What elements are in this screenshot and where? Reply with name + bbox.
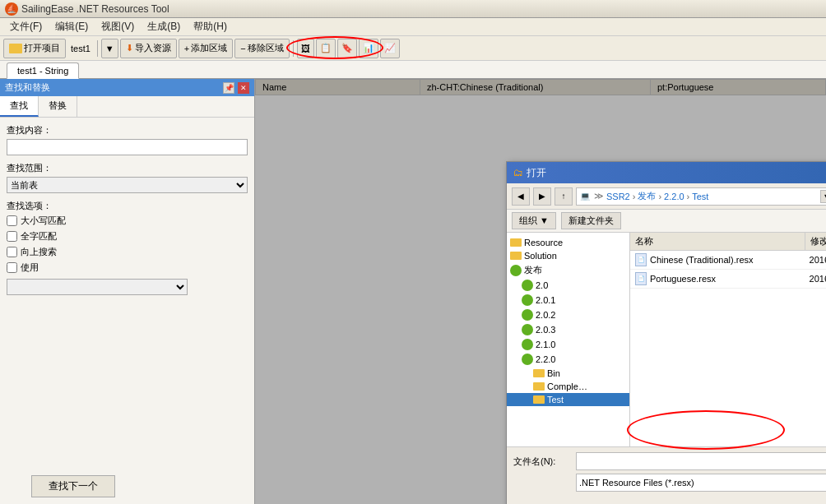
col-header-name[interactable]: 名称	[630, 233, 805, 250]
dialog-subtoolbar: 组织 ▼ 新建文件夹 ☰ ▼ ⊞ ?	[507, 210, 826, 233]
path-test[interactable]: Test	[692, 192, 708, 201]
address-bar: 💻 ≫ SSR2 › 发布 › 2.2.0 › Test ▼	[576, 187, 826, 206]
toolbar-sep-1	[97, 40, 98, 57]
folder-icon-2.0.1	[522, 294, 533, 306]
close-panel-button[interactable]: ✕	[238, 82, 249, 94]
footer-buttons: 打开(O) 取消	[513, 495, 826, 504]
nav-back-button[interactable]: ◀	[512, 187, 530, 206]
tree-item-resource[interactable]: Resource	[507, 236, 629, 249]
file-name-chinese: 📄 Chinese (Traditional).resx	[635, 253, 810, 266]
folder-icon-solution	[510, 252, 522, 260]
file-row-portuguese[interactable]: 📄 Portuguese.resx 2016/10/15 0:44 .NET M…	[630, 270, 826, 289]
tree-item-test[interactable]: Test	[507, 393, 629, 406]
toolbar-btn-4[interactable]: 📊	[359, 39, 378, 58]
file-date-chinese: 2016/10/15 0:44	[810, 255, 826, 265]
tab-replace[interactable]: 替换	[39, 96, 77, 117]
tab-find[interactable]: 查找	[0, 96, 39, 117]
menu-file[interactable]: 文件(F)	[3, 18, 49, 35]
tab-test1-string[interactable]: test1 - String	[7, 62, 79, 79]
open-project-button[interactable]: 打开项目	[3, 39, 66, 58]
import-icon: ⬇	[126, 43, 133, 53]
menu-help[interactable]: 帮助(H)	[187, 18, 234, 35]
file-row-chinese[interactable]: 📄 Chinese (Traditional).resx 2016/10/15 …	[630, 251, 826, 270]
search-up-checkbox[interactable]	[7, 247, 17, 257]
right-panel: Name zh-CHT:Chinese (Traditional) pt:Por…	[255, 79, 826, 504]
folder-icon-publish	[510, 265, 522, 276]
filename-input[interactable]	[576, 452, 826, 470]
menu-view[interactable]: 视图(V)	[95, 18, 141, 35]
checkbox-use: 使用	[7, 261, 248, 274]
tab-bar: test1 - String	[0, 61, 826, 79]
tree-item-2.0[interactable]: 2.0	[507, 278, 629, 293]
filename-row: 文件名(N): ▼	[513, 452, 826, 470]
toolbar-btn-2[interactable]: 📋	[316, 39, 336, 58]
filetype-display: .NET Resource Files (*.resx)	[576, 474, 826, 492]
scope-select[interactable]: 当前表	[7, 177, 248, 193]
toolbar-btn-3[interactable]: 🔖	[337, 39, 357, 58]
tree-item-solution[interactable]: Solution	[507, 249, 629, 262]
left-panel: 查找和替换 📌 ✕ 查找 替换 查找内容： 查找范围： 当前表 查找选项： 大小…	[0, 79, 255, 504]
path-version[interactable]: 2.2.0	[664, 192, 684, 201]
remove-region-button[interactable]: − 移除区域	[234, 39, 289, 58]
whole-word-checkbox[interactable]	[7, 231, 17, 242]
find-next-area: 查找下一个	[0, 469, 254, 504]
use-label: 使用	[21, 261, 39, 274]
toolbar-sep-2	[293, 40, 294, 57]
folder-icon-comple	[533, 382, 545, 391]
organize-button[interactable]: 组织 ▼	[512, 212, 556, 229]
file-icon-2: 📄	[635, 272, 647, 285]
file-icon-1: 📄	[635, 253, 647, 266]
project-name: test1	[67, 44, 94, 53]
filetype-row: .NET Resource Files (*.resx) ▼	[513, 474, 826, 492]
toolbar-btn-1[interactable]: 🖼	[297, 39, 314, 58]
main-layout: 查找和替换 📌 ✕ 查找 替换 查找内容： 查找范围： 当前表 查找选项： 大小…	[0, 79, 826, 504]
case-match-checkbox[interactable]	[7, 215, 17, 226]
dialog-title-bar: 🗂 打开 ✕	[507, 162, 826, 183]
left-panel-header: 查找和替换 📌 ✕	[0, 79, 254, 96]
tree-item-2.0.2[interactable]: 2.0.2	[507, 307, 629, 322]
add-region-icon: +	[184, 44, 189, 53]
tree-item-comple[interactable]: Comple…	[507, 380, 629, 393]
dialog-footer: 文件名(N): ▼ .NET Resource Files (*.resx) ▼…	[507, 446, 826, 504]
scope-label: 查找范围：	[7, 162, 248, 174]
checkbox-case: 大小写匹配	[7, 215, 248, 227]
app-title: SailingEase .NET Resources Tool	[21, 3, 169, 15]
dialog-title: 打开	[527, 166, 546, 180]
dialog-body: Resource Solution 发布 2.0	[507, 233, 826, 446]
title-bar: ⛵ SailingEase .NET Resources Tool	[0, 0, 826, 18]
folder-icon-2.0	[522, 280, 533, 291]
folder-icon	[9, 44, 22, 53]
nav-up-button[interactable]: ↑	[555, 187, 573, 206]
file-date-portuguese: 2016/10/15 0:44	[810, 274, 826, 284]
tree-item-2.0.3[interactable]: 2.0.3	[507, 322, 629, 337]
path-ssr2[interactable]: SSR2	[606, 192, 630, 201]
tree-item-publish[interactable]: 发布	[507, 262, 629, 278]
menu-build[interactable]: 生成(B)	[141, 18, 187, 35]
tree-item-2.1.0[interactable]: 2.1.0	[507, 337, 629, 352]
tree-item-2.0.1[interactable]: 2.0.1	[507, 293, 629, 307]
folder-icon-2.2.0	[522, 354, 533, 365]
toolbar-btn-5[interactable]: 📈	[380, 39, 400, 58]
use-checkbox[interactable]	[7, 262, 17, 273]
path-publish[interactable]: 发布	[638, 190, 656, 202]
folder-tree: Resource Solution 发布 2.0	[507, 233, 630, 446]
find-content-input[interactable]	[7, 139, 248, 155]
pin-button[interactable]: 📌	[223, 82, 234, 94]
path-dropdown-arrow[interactable]: ▼	[820, 190, 826, 203]
folder-icon-bin	[533, 369, 545, 377]
nav-forward-button[interactable]: ▶	[533, 187, 551, 206]
new-folder-button[interactable]: 新建文件夹	[561, 212, 621, 229]
remove-region-label: 移除区域	[248, 42, 284, 54]
find-next-button[interactable]: 查找下一个	[31, 475, 115, 497]
import-resource-button[interactable]: ⬇ 导入资源	[120, 39, 177, 58]
whole-word-label: 全字匹配	[21, 230, 57, 243]
add-region-button[interactable]: + 添加区域	[179, 39, 233, 58]
use-select[interactable]	[7, 279, 188, 295]
dropdown-arrow-button[interactable]: ▼	[101, 39, 118, 58]
open-project-label: 打开项目	[24, 42, 60, 54]
tree-item-bin[interactable]: Bin	[507, 367, 629, 380]
tree-item-2.2.0[interactable]: 2.2.0	[507, 352, 629, 367]
open-dialog: 🗂 打开 ✕ ◀ ▶ ↑ 💻 ≫ SSR2 › 发布 › 2.2.0 ›	[506, 161, 826, 504]
col-header-date[interactable]: 修改日期	[805, 233, 826, 250]
menu-edit[interactable]: 编辑(E)	[49, 18, 95, 35]
